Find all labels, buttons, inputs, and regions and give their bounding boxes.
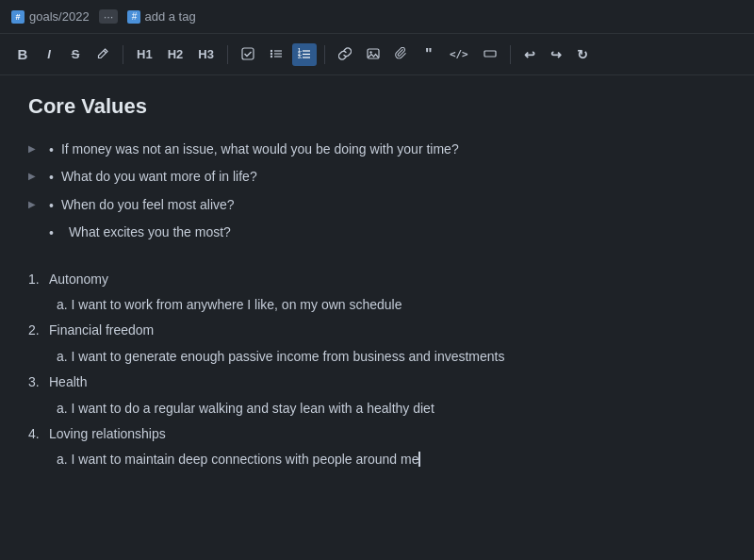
ordered-list: 1. Autonomy a. I want to work from anywh… [28,266,726,472]
ordered-subitem: a. I want to maintain deep connections w… [28,447,726,471]
top-bar: # goals/2022 ··· # add a tag [0,0,754,34]
unordered-list-button[interactable] [264,43,288,66]
ordered-item: 2. Financial freedom [28,317,726,343]
svg-point-5 [270,55,272,57]
dots-menu-button[interactable]: ··· [99,9,119,24]
link-button[interactable] [333,43,357,66]
h1-button[interactable]: H1 [131,44,158,64]
add-tag[interactable]: # add a tag [127,9,195,24]
item-number: 1. [28,269,49,289]
add-tag-icon: # [127,10,140,24]
italic-button[interactable]: I [38,44,60,64]
undo-button[interactable]: ↩ [518,44,541,65]
bullet-text: If money was not an issue, what would yo… [61,139,459,159]
ordered-item: 1. Autonomy [28,266,726,292]
svg-point-1 [270,49,272,51]
bold-button[interactable]: B [11,43,34,65]
bullet-text: What excites you the most? [69,222,231,242]
attachment-button[interactable] [389,43,414,66]
toggle-arrow[interactable]: ▶ [28,166,45,184]
tag-goals[interactable]: # goals/2022 [11,9,90,24]
ordered-subitem: a. I want to generate enough passive inc… [28,344,726,369]
item-number: 2. [28,320,49,340]
bullet-dot: • [49,222,54,243]
separator-2 [227,45,228,64]
block-button[interactable] [478,43,502,66]
bullet-dot: • [49,194,54,216]
item-text: Health [49,371,87,392]
item-text: Loving relationships [49,423,166,444]
subitem-text: a. I want to maintain deep connections w… [57,449,420,469]
quote-button[interactable]: " [418,43,440,66]
h2-button[interactable]: H2 [162,44,189,64]
checkbox-button[interactable] [236,43,260,66]
code-button[interactable]: </> [444,45,474,63]
list-item: ▶ • If money was not an issue, what woul… [28,136,726,163]
item-text: Financial freedom [49,320,154,340]
bullet-list: ▶ • If money was not an issue, what woul… [28,136,726,247]
subitem-text: a. I want to do a regular walking and st… [57,398,434,419]
bullet-text: What do you want more of in life? [61,166,257,187]
tag-name: goals/2022 [29,9,90,24]
h3-button[interactable]: H3 [192,44,220,64]
list-item: ▶ • What do you want more of in life? [28,163,726,190]
ordered-item: 4. Loving relationships [28,420,726,447]
subitem-text: a. I want to work from anywhere I like, … [57,294,402,315]
tag-icon: # [11,10,25,24]
editor-content[interactable]: Core Values ▶ • If money was not an issu… [0,75,754,560]
page-title: Core Values [28,94,726,119]
list-item: • What excites you the most? [28,219,726,246]
ordered-item: 3. Health [28,369,726,395]
item-number: 4. [28,423,49,444]
item-number: 3. [28,371,49,392]
svg-text:3.: 3. [298,54,303,59]
svg-point-3 [270,52,272,54]
separator-4 [510,45,511,64]
list-item: ▶ • When do you feel most alive? [28,191,726,219]
ordered-list-button[interactable]: 1. 2. 3. [292,43,317,66]
item-text: Autonomy [49,269,108,289]
ordered-subitem: a. I want to do a regular walking and st… [28,396,726,420]
strikethrough-button[interactable]: S [64,44,87,64]
svg-rect-0 [242,48,254,59]
text-cursor: ​ [418,452,420,467]
ordered-subitem: a. I want to work from anywhere I like, … [28,292,726,317]
redo-button[interactable]: ↪ [545,44,567,65]
toggle-arrow[interactable]: ▶ [28,194,45,212]
bullet-dot: • [49,139,54,160]
editor-toolbar: B I S H1 H2 H3 1. 2. 3. [0,34,754,75]
image-button[interactable] [361,43,385,66]
svg-rect-15 [484,51,496,57]
bullet-dot: • [49,166,54,188]
separator-1 [123,45,123,64]
add-tag-label: add a tag [144,9,195,24]
pen-button[interactable] [90,43,115,66]
svg-point-14 [369,51,371,53]
subitem-text: a. I want to generate enough passive inc… [57,346,505,367]
bullet-text: When do you feel most alive? [61,194,235,215]
refresh-button[interactable]: ↻ [571,44,594,65]
toggle-arrow[interactable]: ▶ [28,139,45,156]
separator-3 [324,45,325,64]
